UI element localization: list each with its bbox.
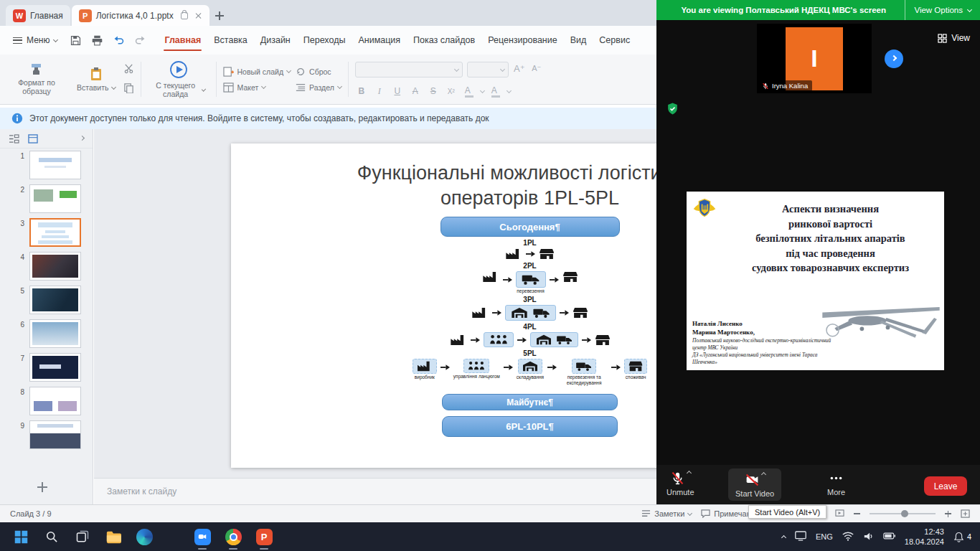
wifi-icon[interactable] (842, 532, 854, 542)
highlight-color-button[interactable]: A (489, 85, 502, 98)
superscript-button[interactable]: X² (445, 85, 458, 98)
redo-button[interactable] (132, 32, 148, 48)
language-indicator[interactable]: ENG (816, 532, 833, 541)
view-button[interactable]: View (938, 33, 970, 43)
bold-button[interactable]: B (355, 85, 368, 98)
truck-icon (522, 273, 540, 286)
factory-icon (505, 248, 522, 260)
menu-label: Меню (27, 35, 50, 45)
file-explorer-icon[interactable] (104, 527, 123, 546)
wps-logo-icon: W (13, 9, 26, 22)
chrome-browser-icon[interactable] (224, 527, 242, 546)
ribbon-tab-tools[interactable]: Сервис (593, 29, 636, 52)
slide-thumbnail-7[interactable] (29, 353, 81, 382)
collapse-panel-icon[interactable] (80, 135, 85, 140)
shadow-button[interactable]: S (427, 85, 440, 98)
start-button[interactable] (11, 527, 30, 546)
undo-button[interactable] (110, 32, 126, 48)
ribbon-tab-slideshow[interactable]: Показ слайдов (407, 29, 481, 52)
zoom-slider-thumb[interactable] (901, 510, 908, 517)
paste-button[interactable]: Вставить (72, 57, 120, 101)
task-view-button[interactable] (73, 527, 92, 546)
clipboard-mini-buttons (123, 57, 134, 101)
zoom-in-button[interactable] (945, 511, 951, 517)
outline-view-icon[interactable] (9, 134, 19, 143)
play-from-current-slide-button[interactable]: С текущего слайда (148, 57, 209, 101)
thumbnail-preview (32, 356, 78, 379)
search-button[interactable] (42, 527, 61, 546)
strikethrough-button[interactable]: A (409, 85, 422, 98)
font-color-button[interactable]: A (463, 85, 476, 98)
slide-number: 4 (17, 252, 24, 261)
volume-icon[interactable] (863, 532, 874, 542)
menu-button[interactable]: Меню (7, 32, 63, 49)
more-button[interactable]: More (827, 471, 845, 496)
slide-thumbnail-2[interactable] (29, 184, 81, 213)
battery-icon[interactable] (883, 532, 895, 541)
slide-number: 5 (17, 286, 24, 295)
ribbon-tab-review[interactable]: Рецензирование (481, 29, 564, 52)
slide-thumbnail-3-selected[interactable] (29, 218, 81, 247)
meeting-security-shield-icon[interactable] (666, 102, 679, 118)
layout-button[interactable]: Макет (223, 83, 291, 93)
close-tab-icon[interactable] (195, 12, 202, 19)
thumbnail-preview (30, 421, 80, 448)
hidden-icons-chevron[interactable] (781, 534, 786, 540)
print-button[interactable] (89, 32, 105, 48)
start-video-button[interactable]: Start Video (728, 468, 781, 501)
save-button[interactable] (67, 32, 83, 48)
slideshow-view-button[interactable] (835, 509, 844, 518)
slide-thumbnail-8[interactable] (29, 387, 81, 415)
slide-thumbnail-1[interactable] (29, 151, 81, 179)
author-name: Марина Мартосенко, (692, 328, 834, 336)
zoom-out-button[interactable] (854, 513, 860, 514)
font-size-select[interactable] (467, 62, 509, 77)
section-button[interactable]: Раздел (296, 83, 341, 93)
notification-center[interactable]: 4 (953, 532, 971, 542)
cast-display-icon[interactable] (795, 531, 806, 542)
edge-browser-icon[interactable] (135, 527, 154, 546)
ribbon-tab-design[interactable]: Дизайн (254, 29, 297, 52)
slide-thumbnail-6[interactable] (29, 319, 81, 348)
zoom-slider[interactable] (870, 513, 936, 514)
clock[interactable]: 12:43 18.04.2024 (905, 527, 944, 547)
video-options-chevron[interactable] (761, 472, 766, 477)
chevron-down-icon (53, 37, 58, 42)
unmute-button[interactable]: Unmute (666, 471, 694, 496)
slide-thumbnail-5[interactable] (29, 286, 81, 314)
italic-button[interactable]: I (373, 85, 386, 98)
next-participants-button[interactable] (885, 50, 903, 68)
ribbon-tab-animation[interactable]: Анимация (352, 29, 407, 52)
ribbon-tab-view[interactable]: Вид (564, 29, 593, 52)
leave-button[interactable]: Leave (924, 476, 967, 496)
slide-thumbnail-9[interactable] (29, 420, 81, 449)
slides-view-icon[interactable] (28, 134, 38, 143)
notification-bell-icon (953, 532, 964, 542)
reset-button[interactable]: Сброс (296, 67, 341, 77)
font-name-select[interactable] (355, 62, 463, 77)
participant-video-tile[interactable]: I Iryna Kalina (757, 24, 872, 93)
increase-font-button[interactable]: A⁺ (513, 62, 526, 75)
slide-number: 8 (17, 387, 24, 396)
wps-document-tab[interactable]: P Логістика 4,0 1.pptx (72, 5, 209, 26)
audio-options-chevron[interactable] (687, 471, 692, 476)
cut-button[interactable] (123, 63, 134, 77)
ribbon-tab-transitions[interactable]: Переходы (297, 29, 352, 52)
ribbon-tab-home[interactable]: Главная (158, 29, 207, 52)
decrease-font-button[interactable]: A⁻ (530, 62, 543, 75)
wps-app-icon[interactable]: P (255, 527, 273, 546)
new-slide-button[interactable]: Новый слайд (223, 67, 291, 77)
underline-button[interactable]: U (391, 85, 404, 98)
wps-home-tab[interactable]: W Главная (6, 5, 70, 26)
new-tab-button[interactable] (215, 11, 224, 20)
view-options-button[interactable]: View Options (905, 0, 980, 20)
fit-slide-button[interactable] (961, 509, 970, 518)
slide-thumbnail-4[interactable] (29, 252, 81, 281)
copy-button[interactable] (123, 83, 134, 96)
add-slide-button[interactable] (37, 482, 47, 492)
screen-share-banner: You are viewing Полтавський НДЕКЦ МВС's … (656, 0, 980, 20)
notes-toggle[interactable]: Заметки (641, 509, 692, 518)
ribbon-tab-insert[interactable]: Вставка (207, 29, 253, 52)
zoom-app-icon[interactable] (193, 527, 212, 546)
format-painter-button[interactable]: Формат по образцу (6, 57, 67, 101)
